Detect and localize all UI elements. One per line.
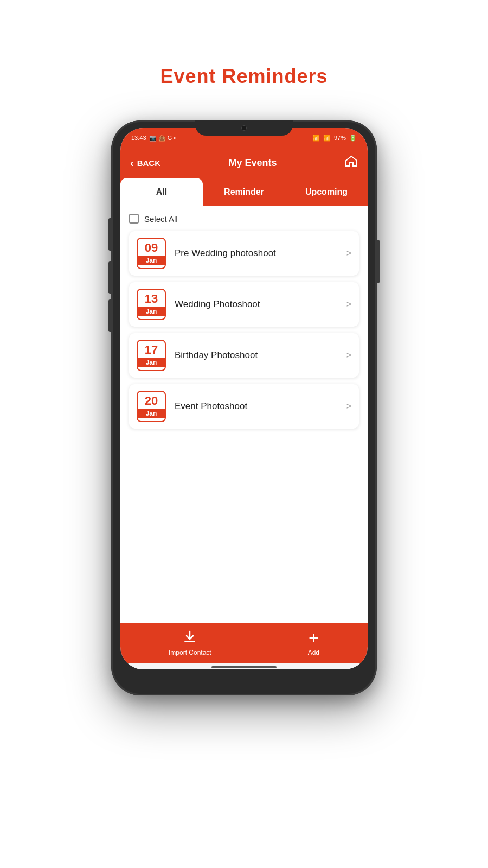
app-header: ‹ BACK My Events	[120, 148, 368, 178]
tab-reminder[interactable]: Reminder	[203, 178, 285, 206]
date-badge: 17 Jan	[137, 340, 166, 371]
date-day: 13	[145, 292, 158, 305]
back-label: BACK	[137, 158, 160, 168]
select-all-checkbox[interactable]	[129, 214, 139, 224]
tab-all[interactable]: All	[120, 178, 203, 206]
back-arrow-icon: ‹	[130, 157, 134, 169]
select-all-label: Select All	[144, 214, 178, 224]
page-title: Event Reminders	[160, 65, 328, 88]
battery-icon: 🔋	[349, 135, 357, 142]
chevron-right-icon: >	[346, 350, 351, 360]
event-name: Pre Wedding photoshoot	[175, 248, 342, 259]
camera-dot	[241, 125, 247, 131]
date-badge: 13 Jan	[137, 289, 166, 320]
date-day: 20	[145, 394, 158, 407]
chevron-right-icon: >	[346, 299, 351, 309]
event-name: Birthday Photoshoot	[175, 350, 342, 361]
status-time: 13:43	[131, 135, 146, 141]
event-name: Event Photoshoot	[175, 401, 342, 412]
phone-notch	[195, 120, 293, 136]
event-name: Wedding Photoshoot	[175, 299, 342, 310]
date-day: 17	[145, 343, 158, 356]
select-all-row: Select All	[129, 214, 359, 224]
date-day: 09	[145, 241, 158, 254]
home-button[interactable]	[345, 155, 358, 170]
event-card[interactable]: 09 Jan Pre Wedding photoshoot >	[129, 231, 359, 276]
signal-icon: 📶	[323, 135, 331, 142]
chevron-right-icon: >	[346, 248, 351, 258]
tabs-bar: All Reminder Upcoming	[120, 178, 368, 206]
home-indicator	[211, 666, 277, 668]
date-month: Jan	[138, 256, 165, 265]
bottom-bar: Import Contact + Add	[120, 623, 368, 663]
content-area: Select All 09 Jan Pre Wedding photoshoot…	[120, 206, 368, 623]
phone-screen: 13:43 📷 👜 G • 📶 📶 97% 🔋 ‹ BACK My Events	[120, 128, 368, 669]
date-month: Jan	[138, 409, 165, 418]
tab-upcoming[interactable]: Upcoming	[285, 178, 368, 206]
back-button[interactable]: ‹ BACK	[130, 157, 160, 169]
status-app-icons: 📷 👜 G •	[149, 135, 176, 142]
date-month: Jan	[138, 358, 165, 367]
status-left: 13:43 📷 👜 G •	[131, 135, 176, 142]
event-card[interactable]: 13 Jan Wedding Photoshoot >	[129, 282, 359, 327]
wifi-icon: 📶	[312, 135, 320, 142]
header-title: My Events	[228, 157, 277, 169]
import-contact-button[interactable]: Import Contact	[169, 629, 211, 656]
chevron-right-icon: >	[346, 401, 351, 411]
date-badge: 09 Jan	[137, 238, 166, 269]
status-icons: 📶 📶 97% 🔋	[312, 135, 357, 142]
event-card[interactable]: 17 Jan Birthday Photoshoot >	[129, 333, 359, 378]
battery-text: 97%	[334, 135, 346, 141]
event-card[interactable]: 20 Jan Event Photoshoot >	[129, 384, 359, 429]
add-icon: +	[309, 629, 319, 647]
date-badge: 20 Jan	[137, 391, 166, 422]
import-icon	[182, 629, 197, 647]
svg-rect-0	[184, 641, 195, 642]
date-month: Jan	[138, 307, 165, 316]
events-list: 09 Jan Pre Wedding photoshoot > 13 Jan W…	[129, 231, 359, 429]
import-label: Import Contact	[169, 649, 211, 656]
phone-shell: 13:43 📷 👜 G • 📶 📶 97% 🔋 ‹ BACK My Events	[111, 120, 377, 695]
add-label: Add	[308, 649, 319, 656]
add-button[interactable]: + Add	[308, 629, 319, 656]
